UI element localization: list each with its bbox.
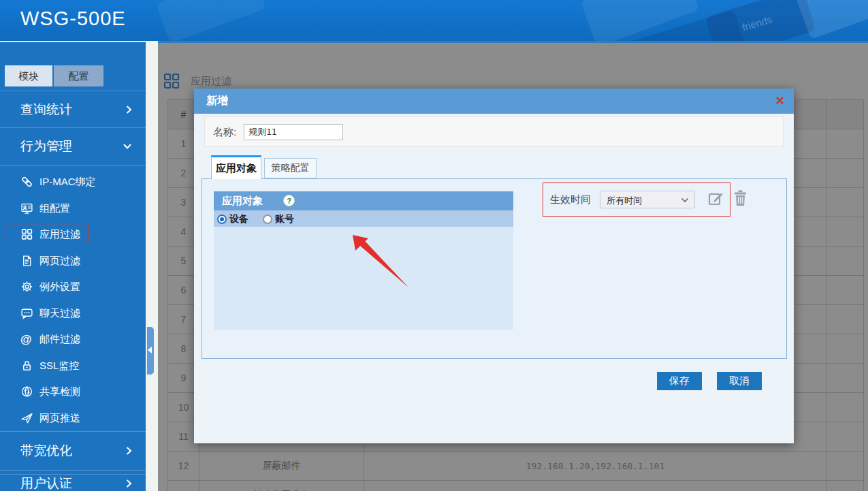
sidebar-item-label: 邮件过滤	[39, 333, 80, 346]
app-title: WSG-500E	[20, 7, 126, 30]
rule-name-input[interactable]	[244, 124, 343, 140]
sidebar-item-web-filter[interactable]: 网页过滤	[0, 248, 146, 274]
radio-selected-icon	[217, 215, 227, 224]
keyboard-key-label: friends	[741, 13, 773, 33]
keyboard-decoration	[156, 0, 266, 41]
sidebar-item-label: 网页推送	[39, 411, 80, 424]
sidebar-item-label: SSL监控	[39, 359, 79, 372]
edit-time-icon[interactable]	[708, 191, 724, 207]
chevron-right-icon	[126, 105, 132, 114]
section-label: 行为管理	[20, 138, 72, 155]
chevron-right-icon	[126, 446, 132, 456]
webpage-icon	[20, 254, 33, 267]
sidebar-collapse-handle[interactable]	[147, 327, 154, 375]
sidebar-tab-module[interactable]: 模块	[5, 65, 52, 86]
apply-object-tab-panel: 应用对象 ? 设备 账号	[202, 178, 787, 359]
sidebar-item-mail-filter[interactable]: @ 邮件过滤	[0, 326, 146, 353]
name-label: 名称:	[213, 126, 236, 139]
sidebar-item-label: 网页过滤	[39, 254, 80, 267]
sidebar-item-chat-filter[interactable]: 聊天过滤	[0, 300, 146, 327]
radio-account[interactable]: 账号	[263, 213, 294, 225]
sidebar-item-ssl-monitor[interactable]: SSL监控	[0, 353, 146, 379]
chat-icon	[20, 306, 33, 319]
sidebar-item-app-filter[interactable]: 应用过滤	[0, 221, 146, 248]
save-button[interactable]: 保存	[657, 372, 702, 390]
chevron-down-icon	[681, 197, 689, 203]
share-icon	[20, 385, 33, 398]
sidebar-item-label: IP-MAC绑定	[39, 176, 96, 189]
sidebar-item-label: 例外设置	[39, 281, 80, 294]
tab-policy-config[interactable]: 策略配置	[264, 158, 317, 178]
effective-time-select[interactable]: 所有时间	[600, 191, 695, 208]
tab-apply-object[interactable]: 应用对象	[211, 155, 261, 179]
section-label: 查询统计	[20, 101, 72, 118]
close-icon[interactable]: ×	[775, 92, 784, 110]
object-type-radio-row: 设备 账号	[214, 210, 513, 227]
sidebar-item-label: 聊天过滤	[39, 306, 80, 319]
sidebar-item-web-push[interactable]: 网页推送	[0, 405, 146, 432]
help-icon[interactable]: ?	[283, 195, 295, 206]
selected-time-value: 所有时间	[607, 195, 642, 207]
behavior-submenu: IP-MAC绑定 组配置 应用过滤 网页过滤	[0, 169, 146, 431]
chevron-right-icon	[126, 479, 132, 488]
sidebar-section-bandwidth[interactable]: 带宽优化	[0, 431, 146, 471]
dialog-title: 新增	[206, 94, 228, 108]
section-label: 带宽优化	[20, 442, 72, 460]
sidebar-item-share-detection[interactable]: 共享检测	[0, 379, 146, 405]
panel-header-label: 应用对象	[222, 195, 263, 208]
sidebar-item-label: 共享检测	[39, 385, 80, 398]
sidebar-tab-config[interactable]: 配置	[54, 65, 103, 86]
sidebar-section-user-auth[interactable]: 用户认证	[0, 474, 146, 491]
delete-time-icon[interactable]	[734, 190, 747, 206]
sidebar-item-exception-settings[interactable]: 例外设置	[0, 274, 146, 300]
rule-name-panel: 名称:	[204, 116, 784, 147]
link-icon	[20, 176, 33, 189]
panel-header: 应用对象 ?	[214, 191, 513, 210]
sidebar-item-group-config[interactable]: 组配置	[0, 195, 146, 222]
sidebar-item-ip-mac-binding[interactable]: IP-MAC绑定	[0, 169, 146, 195]
sidebar-item-label: 组配置	[39, 202, 70, 215]
sidebar-section-behavior-mgmt[interactable]: 行为管理	[0, 127, 146, 165]
at-icon: @	[20, 333, 33, 346]
sidebar: 模块 配置 查询统计 行为管理 IP-MAC绑定 组配置	[0, 41, 146, 491]
send-icon	[20, 411, 33, 424]
lock-icon	[20, 359, 33, 372]
section-label: 用户认证	[20, 475, 72, 491]
red-highlight-box	[5, 225, 89, 244]
cancel-button[interactable]: 取消	[717, 372, 762, 390]
radio-label: 设备	[229, 213, 248, 225]
radio-label: 账号	[275, 213, 294, 225]
effective-time-label: 生效时间	[550, 193, 591, 206]
red-annotation-arrow	[345, 228, 420, 293]
sidebar-gutter	[146, 41, 158, 491]
app-header: friends WSG-500E	[0, 0, 868, 41]
dialog-titlebar: 新增 ×	[194, 89, 794, 114]
chevron-down-icon	[123, 144, 132, 150]
radio-unselected-icon	[263, 215, 272, 224]
radio-device[interactable]: 设备	[217, 213, 248, 225]
add-rule-dialog: 新增 × 名称: 应用对象 策略配置 应用对象 ? 设备 账号	[194, 89, 794, 443]
group-config-icon	[20, 202, 33, 215]
gear-icon	[20, 281, 33, 294]
sidebar-section-query-stats[interactable]: 查询统计	[0, 91, 146, 127]
